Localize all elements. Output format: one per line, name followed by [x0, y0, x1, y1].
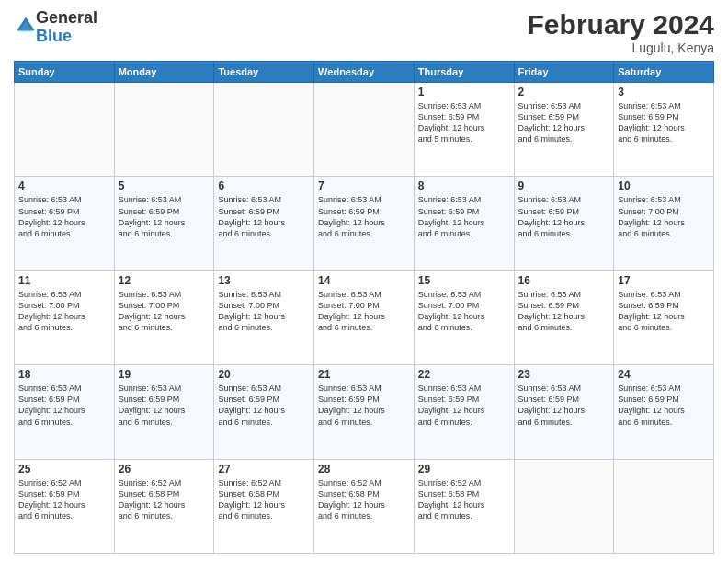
calendar-cell: [314, 83, 415, 177]
day-number: 28: [318, 463, 410, 476]
calendar-cell: 15Sunrise: 6:53 AM Sunset: 7:00 PM Dayli…: [414, 270, 514, 364]
day-number: 10: [618, 179, 710, 192]
day-number: 27: [218, 463, 310, 476]
page-title: February 2024: [528, 9, 714, 40]
calendar-cell: 20Sunrise: 6:53 AM Sunset: 6:59 PM Dayli…: [214, 365, 314, 459]
calendar-cell: 13Sunrise: 6:53 AM Sunset: 7:00 PM Dayli…: [214, 270, 314, 364]
calendar-cell: 4Sunrise: 6:53 AM Sunset: 6:59 PM Daylig…: [15, 177, 115, 270]
day-number: 13: [218, 274, 310, 287]
day-info: Sunrise: 6:53 AM Sunset: 6:59 PM Dayligh…: [119, 383, 210, 428]
day-info: Sunrise: 6:53 AM Sunset: 6:59 PM Dayligh…: [218, 194, 310, 239]
day-number: 6: [218, 179, 310, 192]
day-info: Sunrise: 6:53 AM Sunset: 6:59 PM Dayligh…: [618, 289, 710, 334]
day-info: Sunrise: 6:53 AM Sunset: 6:59 PM Dayligh…: [18, 194, 110, 239]
calendar-cell: [514, 459, 614, 553]
day-info: Sunrise: 6:53 AM Sunset: 6:59 PM Dayligh…: [618, 100, 710, 145]
day-info: Sunrise: 6:52 AM Sunset: 6:58 PM Dayligh…: [418, 477, 510, 523]
day-number: 22: [418, 368, 510, 381]
day-number: 23: [518, 368, 610, 381]
page-subtitle: Lugulu, Kenya: [528, 40, 714, 55]
calendar-cell: [15, 83, 115, 177]
calendar-cell: 1Sunrise: 6:53 AM Sunset: 6:59 PM Daylig…: [414, 83, 514, 177]
day-number: 15: [418, 274, 510, 287]
calendar-header-sunday: Sunday: [15, 62, 115, 83]
calendar-cell: 8Sunrise: 6:53 AM Sunset: 6:59 PM Daylig…: [414, 177, 514, 270]
day-number: 12: [119, 274, 210, 287]
calendar-cell: 11Sunrise: 6:53 AM Sunset: 7:00 PM Dayli…: [15, 270, 115, 364]
day-number: 4: [18, 179, 110, 192]
calendar-cell: 2Sunrise: 6:53 AM Sunset: 6:59 PM Daylig…: [514, 83, 614, 177]
day-number: 3: [618, 86, 710, 98]
calendar-cell: 10Sunrise: 6:53 AM Sunset: 7:00 PM Dayli…: [614, 177, 714, 270]
calendar-header-thursday: Thursday: [414, 62, 514, 83]
day-info: Sunrise: 6:53 AM Sunset: 7:00 PM Dayligh…: [218, 289, 310, 334]
day-info: Sunrise: 6:53 AM Sunset: 6:59 PM Dayligh…: [418, 383, 510, 428]
day-number: 1: [418, 86, 510, 98]
day-info: Sunrise: 6:53 AM Sunset: 6:59 PM Dayligh…: [318, 194, 410, 239]
calendar-week-4: 18Sunrise: 6:53 AM Sunset: 6:59 PM Dayli…: [15, 365, 714, 459]
logo: General Blue: [14, 9, 97, 46]
calendar-cell: 27Sunrise: 6:52 AM Sunset: 6:58 PM Dayli…: [214, 459, 314, 553]
calendar-table: SundayMondayTuesdayWednesdayThursdayFrid…: [14, 61, 714, 554]
day-number: 8: [418, 179, 510, 192]
calendar-cell: 12Sunrise: 6:53 AM Sunset: 7:00 PM Dayli…: [114, 270, 214, 364]
day-number: 9: [518, 179, 610, 192]
calendar-cell: 3Sunrise: 6:53 AM Sunset: 6:59 PM Daylig…: [614, 83, 714, 177]
day-number: 21: [318, 368, 410, 381]
title-block: February 2024 Lugulu, Kenya: [528, 9, 714, 55]
day-number: 29: [418, 463, 510, 476]
day-number: 26: [119, 463, 210, 476]
logo-blue-text: Blue: [36, 27, 72, 45]
day-info: Sunrise: 6:53 AM Sunset: 7:00 PM Dayligh…: [18, 289, 110, 334]
day-number: 7: [318, 179, 410, 192]
day-number: 19: [119, 368, 210, 381]
day-number: 2: [518, 86, 610, 98]
page: General Blue February 2024 Lugulu, Kenya…: [0, 0, 728, 563]
calendar-cell: [614, 459, 714, 553]
calendar-cell: 24Sunrise: 6:53 AM Sunset: 6:59 PM Dayli…: [614, 365, 714, 459]
calendar-header-monday: Monday: [114, 62, 214, 83]
calendar-cell: 7Sunrise: 6:53 AM Sunset: 6:59 PM Daylig…: [314, 177, 415, 270]
calendar-cell: [214, 83, 314, 177]
day-info: Sunrise: 6:52 AM Sunset: 6:58 PM Dayligh…: [218, 477, 310, 523]
day-info: Sunrise: 6:53 AM Sunset: 6:59 PM Dayligh…: [119, 194, 210, 239]
logo-icon: [16, 16, 36, 36]
day-number: 18: [18, 368, 110, 381]
calendar-week-5: 25Sunrise: 6:52 AM Sunset: 6:59 PM Dayli…: [15, 459, 714, 553]
day-info: Sunrise: 6:53 AM Sunset: 7:00 PM Dayligh…: [318, 289, 410, 334]
day-info: Sunrise: 6:52 AM Sunset: 6:58 PM Dayligh…: [318, 477, 410, 523]
calendar-cell: 6Sunrise: 6:53 AM Sunset: 6:59 PM Daylig…: [214, 177, 314, 270]
calendar-week-1: 1Sunrise: 6:53 AM Sunset: 6:59 PM Daylig…: [15, 83, 714, 177]
calendar-header-tuesday: Tuesday: [214, 62, 314, 83]
calendar-cell: 23Sunrise: 6:53 AM Sunset: 6:59 PM Dayli…: [514, 365, 614, 459]
day-info: Sunrise: 6:53 AM Sunset: 6:59 PM Dayligh…: [618, 383, 710, 428]
day-info: Sunrise: 6:53 AM Sunset: 6:59 PM Dayligh…: [518, 289, 610, 334]
calendar-header-row: SundayMondayTuesdayWednesdayThursdayFrid…: [15, 62, 714, 83]
day-info: Sunrise: 6:52 AM Sunset: 6:58 PM Dayligh…: [119, 477, 210, 523]
day-info: Sunrise: 6:53 AM Sunset: 6:59 PM Dayligh…: [518, 100, 610, 145]
day-info: Sunrise: 6:53 AM Sunset: 6:59 PM Dayligh…: [18, 383, 110, 428]
day-number: 5: [119, 179, 210, 192]
calendar-cell: 26Sunrise: 6:52 AM Sunset: 6:58 PM Dayli…: [114, 459, 214, 553]
calendar-cell: [114, 83, 214, 177]
day-info: Sunrise: 6:53 AM Sunset: 6:59 PM Dayligh…: [418, 100, 510, 145]
calendar-cell: 22Sunrise: 6:53 AM Sunset: 6:59 PM Dayli…: [414, 365, 514, 459]
calendar-header-wednesday: Wednesday: [314, 62, 415, 83]
day-number: 16: [518, 274, 610, 287]
day-info: Sunrise: 6:53 AM Sunset: 7:00 PM Dayligh…: [119, 289, 210, 334]
calendar-header-saturday: Saturday: [614, 62, 714, 83]
calendar-header-friday: Friday: [514, 62, 614, 83]
day-number: 11: [18, 274, 110, 287]
calendar-cell: 25Sunrise: 6:52 AM Sunset: 6:59 PM Dayli…: [15, 459, 115, 553]
calendar-cell: 18Sunrise: 6:53 AM Sunset: 6:59 PM Dayli…: [15, 365, 115, 459]
day-info: Sunrise: 6:53 AM Sunset: 6:59 PM Dayligh…: [518, 383, 610, 428]
day-number: 20: [218, 368, 310, 381]
day-number: 14: [318, 274, 410, 287]
calendar-cell: 19Sunrise: 6:53 AM Sunset: 6:59 PM Dayli…: [114, 365, 214, 459]
day-info: Sunrise: 6:53 AM Sunset: 6:59 PM Dayligh…: [318, 383, 410, 428]
calendar-cell: 28Sunrise: 6:52 AM Sunset: 6:58 PM Dayli…: [314, 459, 415, 553]
day-info: Sunrise: 6:53 AM Sunset: 7:00 PM Dayligh…: [418, 289, 510, 334]
calendar-cell: 9Sunrise: 6:53 AM Sunset: 6:59 PM Daylig…: [514, 177, 614, 270]
calendar-cell: 29Sunrise: 6:52 AM Sunset: 6:58 PM Dayli…: [414, 459, 514, 553]
logo-general-text: General: [36, 8, 97, 27]
